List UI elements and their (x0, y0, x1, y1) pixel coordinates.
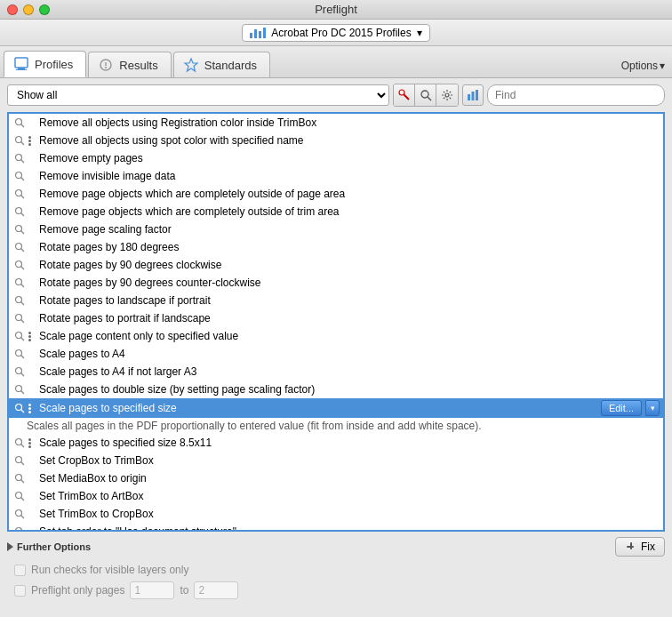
window-controls[interactable] (7, 4, 50, 15)
maximize-button[interactable] (39, 4, 50, 15)
chart-icon-btn[interactable] (462, 84, 484, 106)
profiles-tab-label: Profiles (35, 58, 73, 71)
svg-line-58 (21, 516, 25, 519)
edit-dropdown-arrow[interactable]: ▾ (645, 400, 660, 416)
svg-line-44 (21, 373, 25, 377)
svg-rect-66 (630, 542, 632, 549)
list-item[interactable]: Set tab order to "Use document structure… (9, 523, 663, 532)
visible-layers-checkbox[interactable] (14, 565, 26, 576)
search-list-icon (12, 187, 27, 201)
svg-point-15 (16, 119, 22, 125)
search-list-icon (12, 151, 27, 165)
list-item[interactable]: Set MediaBox to origin (9, 469, 663, 487)
visible-layers-label: Run checks for visible layers only (31, 564, 188, 576)
list-item[interactable]: Remove page objects which are completely… (9, 203, 663, 220)
item-label: Scale page content only to specified val… (39, 330, 660, 342)
further-options-header[interactable]: Further Options Fix (7, 537, 665, 557)
list-item[interactable]: Remove invisible image data (9, 167, 663, 185)
search-list-icon (12, 293, 27, 308)
item-description: Scales all pages in the PDF proportional… (27, 420, 660, 432)
list-item[interactable]: Scale page content only to specified val… (9, 327, 663, 345)
list-item[interactable]: Remove all objects using spot color with… (9, 132, 663, 149)
list-item[interactable]: Scales all pages in the PDF proportional… (9, 418, 663, 434)
svg-point-53 (16, 475, 22, 481)
search-list-icon (12, 329, 27, 343)
svg-line-32 (21, 267, 25, 270)
triangle-icon (7, 542, 13, 551)
list-item[interactable]: Set TrimBox to ArtBox (9, 487, 663, 505)
list-item[interactable]: Remove empty pages (9, 149, 663, 167)
from-page-input[interactable] (130, 581, 174, 599)
svg-point-11 (445, 93, 449, 97)
list-item[interactable]: Scale pages to A4 (9, 345, 663, 363)
options-button[interactable]: Options ▾ (621, 60, 665, 72)
action-icon-group (393, 84, 459, 107)
list-item[interactable]: Scale pages to A4 if not larger A3 (9, 363, 663, 381)
svg-point-39 (16, 333, 22, 339)
item-label: Remove page objects which are completely… (39, 188, 660, 200)
profile-dropdown[interactable]: Acrobat Pro DC 2015 Profiles ▾ (242, 24, 429, 42)
item-dots (28, 438, 37, 448)
svg-point-25 (16, 208, 22, 214)
search-list-icon (12, 507, 27, 521)
svg-line-36 (21, 302, 25, 306)
svg-line-20 (21, 160, 25, 164)
search-list-icon (12, 116, 27, 130)
item-label: Scale pages to specified size 8.5x11 (39, 437, 660, 449)
search-list-icon (12, 382, 27, 397)
list-item[interactable]: Rotate pages by 90 degrees clockwise (9, 256, 663, 274)
tab-profiles[interactable]: Profiles (4, 51, 86, 77)
list-item[interactable]: Rotate pages to portrait if landscape (9, 309, 663, 327)
item-label: Scale pages to A4 (39, 348, 660, 360)
svg-line-34 (21, 284, 25, 288)
preflight-pages-row: Preflight only pages to (14, 581, 658, 599)
svg-point-5 (105, 67, 107, 68)
item-label: Remove all objects using Registration co… (39, 116, 660, 129)
svg-rect-12 (468, 94, 470, 100)
edit-button[interactable]: Edit... (601, 400, 642, 416)
close-button[interactable] (7, 4, 18, 15)
search-icon-btn[interactable] (415, 84, 436, 106)
svg-rect-0 (15, 58, 28, 68)
fix-button[interactable]: Fix (615, 537, 665, 557)
list-item[interactable]: Rotate pages by 180 degrees (9, 238, 663, 256)
svg-line-52 (21, 462, 25, 466)
to-page-input[interactable] (194, 581, 238, 599)
svg-point-35 (16, 297, 22, 303)
list-item[interactable]: Remove all objects using Registration co… (9, 114, 663, 132)
svg-point-23 (16, 190, 22, 196)
list-item[interactable]: Remove page objects which are completely… (9, 185, 663, 203)
svg-line-48 (21, 410, 25, 413)
svg-rect-2 (16, 69, 27, 70)
search-list-icon (12, 169, 27, 183)
standards-tab-label: Standards (204, 59, 257, 72)
items-list[interactable]: Remove all objects using Registration co… (7, 112, 665, 532)
preflight-pages-checkbox[interactable] (14, 585, 26, 597)
search-list-icon (12, 365, 27, 379)
svg-point-59 (16, 528, 22, 533)
svg-point-45 (16, 386, 22, 392)
list-item[interactable]: Set CropBox to TrimBox (9, 452, 663, 469)
list-item[interactable]: Rotate pages by 90 degrees counter-clock… (9, 274, 663, 292)
wrench-icon-btn[interactable] (394, 84, 415, 106)
svg-line-28 (21, 231, 25, 235)
minimize-button[interactable] (23, 4, 34, 15)
list-item[interactable]: Rotate pages to landscape if portrait (9, 292, 663, 309)
item-dots (28, 136, 37, 146)
list-item[interactable]: Scale pages to double size (by setting p… (9, 381, 663, 398)
svg-point-57 (16, 510, 22, 517)
search-list-icon (12, 525, 27, 532)
list-item[interactable]: Remove page scaling factor (9, 220, 663, 238)
search-list-icon (12, 401, 27, 415)
show-all-select[interactable]: Show all (7, 84, 389, 106)
tab-standards[interactable]: Standards (173, 52, 270, 77)
list-item[interactable]: Scale pages to specified sizeEdit...▾ (9, 398, 663, 418)
item-label: Set MediaBox to origin (39, 472, 660, 485)
list-item[interactable]: Set TrimBox to CropBox (9, 505, 663, 523)
find-input[interactable] (487, 84, 665, 106)
tab-results[interactable]: Results (88, 52, 171, 77)
gear-icon-btn[interactable] (436, 84, 458, 106)
tab-bar: Profiles Results Standards Options ▾ (0, 46, 672, 78)
list-item[interactable]: Scale pages to specified size 8.5x11 (9, 434, 663, 452)
svg-point-17 (16, 137, 22, 143)
